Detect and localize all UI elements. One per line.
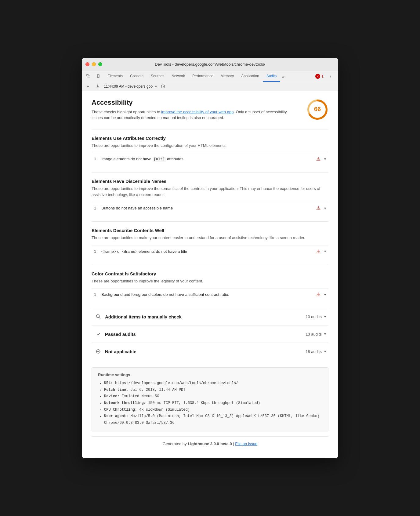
not-applicable-label: Not applicable [105, 349, 306, 354]
inspect-icon-btn[interactable] [84, 72, 93, 81]
additional-items-label: Additional items to manually check [105, 314, 306, 319]
category-color-contrast: Color Contrast Is Satisfactory These are… [92, 265, 328, 301]
search-icon [94, 312, 103, 321]
check-icon [94, 330, 103, 338]
audit-num: 1 [94, 157, 101, 161]
section-title: Accessibility [92, 99, 287, 107]
category-use-attributes: Elements Use Attributes Correctly These … [92, 129, 328, 165]
tab-console[interactable]: Console [126, 71, 147, 82]
minimize-button[interactable] [92, 62, 96, 66]
tab-memory[interactable]: Memory [217, 71, 237, 82]
chevron-down-icon: ▾ [324, 349, 326, 354]
runtime-item-network: Network throttling: 150 ms TCP RTT, 1,63… [104, 400, 322, 407]
section-description: These checks highlight opportunities to … [92, 109, 287, 121]
svg-point-6 [98, 77, 99, 78]
tab-network[interactable]: Network [168, 71, 189, 82]
runtime-item-cpu: CPU throttling: 4x slowdown (Simulated) [104, 407, 322, 413]
more-options-button[interactable]: ⋮ [326, 72, 335, 81]
passed-audits-section[interactable]: Passed audits 13 audits ▾ [92, 325, 328, 343]
browser-window: DevTools - developers.google.com/web/too… [82, 58, 338, 459]
footer-separator: | [232, 442, 235, 446]
category-title-1: Elements Use Attributes Correctly [92, 136, 328, 141]
add-icon[interactable]: + [84, 83, 92, 90]
devtools-toolbar2: + 11:44:09 AM - developers.goo ▾ [82, 82, 338, 91]
accessibility-section-header: Accessibility These checks highlight opp… [92, 99, 328, 122]
not-applicable-section[interactable]: Not applicable 18 audits ▾ [92, 343, 328, 360]
score-circle-svg: 66 [306, 99, 328, 121]
audit-label: Background and foreground colors do not … [101, 292, 316, 297]
audit-label: <frame> or <iframe> elements do not have… [101, 249, 316, 254]
category-title-3: Elements Describe Contents Well [92, 228, 328, 233]
audit-num: 1 [94, 249, 101, 254]
chevron-down-icon: ▾ [324, 314, 326, 319]
tab-application[interactable]: Application [237, 71, 263, 82]
category-describe-contents: Elements Describe Contents Well These ar… [92, 221, 328, 257]
traffic-lights [85, 62, 102, 66]
svg-line-15 [99, 318, 100, 319]
main-content: Accessibility These checks highlight opp… [82, 91, 338, 459]
audit-item[interactable]: 1 Buttons do not have an accessible name… [92, 202, 328, 214]
window-title: DevTools - developers.google.com/web/too… [155, 62, 265, 67]
file-issue-link[interactable]: File an issue [235, 442, 257, 446]
audit-label: Buttons do not have an accessible name [101, 206, 316, 210]
footer-text-before: Generated by [163, 442, 188, 446]
warning-icon: ⚠ [316, 249, 320, 254]
devtools-tab-bar: Elements Console Sources Network Perform… [82, 71, 338, 82]
runtime-list: URL: https://developers.google.com/web/t… [98, 380, 322, 426]
error-badge[interactable]: ✕ 1 [315, 74, 324, 79]
history-icon[interactable] [159, 83, 167, 90]
maximize-button[interactable] [98, 62, 102, 66]
category-desc-2: These are opportunities to improve the s… [92, 186, 328, 198]
toolbar-dropdown[interactable]: ▾ [155, 84, 157, 89]
chevron-down-icon: ▾ [324, 206, 326, 210]
category-desc-1: These are opportunities to improve the c… [92, 143, 328, 149]
category-title-2: Elements Have Discernible Names [92, 179, 328, 184]
runtime-item-fetch: Fetch time: Jul 6, 2018, 11:44 AM PDT [104, 387, 322, 394]
audit-item[interactable]: 1 Background and foreground colors do no… [92, 288, 328, 300]
not-applicable-count: 18 audits [306, 349, 322, 354]
passed-audits-label: Passed audits [105, 332, 306, 337]
accessibility-link[interactable]: improve the accessibility of your web ap… [161, 110, 234, 114]
chevron-down-icon: ▾ [324, 332, 326, 336]
audit-label: Image elements do not have [alt] attribu… [101, 157, 316, 162]
warning-icon: ⚠ [316, 156, 320, 162]
tab-audits[interactable]: Audits [263, 71, 280, 82]
accessibility-header-text: Accessibility These checks highlight opp… [92, 99, 287, 121]
audit-item[interactable]: 1 <frame> or <iframe> elements do not ha… [92, 245, 328, 257]
error-icon: ✕ [315, 74, 320, 79]
audit-num: 1 [94, 292, 101, 297]
additional-items-count: 10 audits [306, 314, 322, 319]
audit-item[interactable]: 1 Image elements do not have [alt] attri… [92, 153, 328, 165]
download-icon[interactable] [94, 83, 101, 90]
category-title-4: Color Contrast Is Satisfactory [92, 271, 328, 276]
category-desc-3: These are opportunities to make your con… [92, 235, 328, 241]
close-button[interactable] [85, 62, 89, 66]
device-icon-btn[interactable] [94, 72, 103, 81]
chevron-down-icon: ▾ [324, 293, 326, 297]
error-count: 1 [321, 74, 324, 78]
runtime-item-device: Device: Emulated Nexus 5X [104, 393, 322, 400]
svg-rect-0 [87, 74, 88, 76]
minus-circle-icon [94, 347, 103, 356]
chevron-down-icon: ▾ [324, 249, 326, 253]
more-tabs-button[interactable]: » [280, 71, 286, 82]
tab-sources[interactable]: Sources [147, 71, 168, 82]
tab-elements[interactable]: Elements [104, 71, 126, 82]
passed-audits-count: 13 audits [306, 332, 322, 336]
runtime-item-useragent: User agent: Mozilla/5.0 (Macintosh; Inte… [104, 413, 322, 426]
score-value: 66 [314, 106, 321, 112]
svg-point-14 [96, 315, 100, 318]
runtime-settings-box: Runtime settings URL: https://developers… [92, 367, 328, 431]
additional-items-section[interactable]: Additional items to manually check 10 au… [92, 308, 328, 325]
score-circle-container: 66 [306, 99, 328, 122]
audit-num: 1 [94, 206, 101, 210]
tab-performance[interactable]: Performance [189, 71, 217, 82]
toolbar-timestamp: 11:44:09 AM - developers.goo [104, 84, 153, 89]
footer: Generated by Lighthouse 3.0.0-beta.0 | F… [92, 436, 328, 451]
lighthouse-label: Lighthouse 3.0.0-beta.0 [188, 442, 232, 446]
runtime-title: Runtime settings [98, 372, 322, 377]
title-bar: DevTools - developers.google.com/web/too… [82, 58, 338, 71]
runtime-item-url: URL: https://developers.google.com/web/t… [104, 380, 322, 387]
tab-right-actions: ✕ 1 ⋮ [315, 72, 336, 81]
chevron-down-icon: ▾ [324, 157, 326, 161]
